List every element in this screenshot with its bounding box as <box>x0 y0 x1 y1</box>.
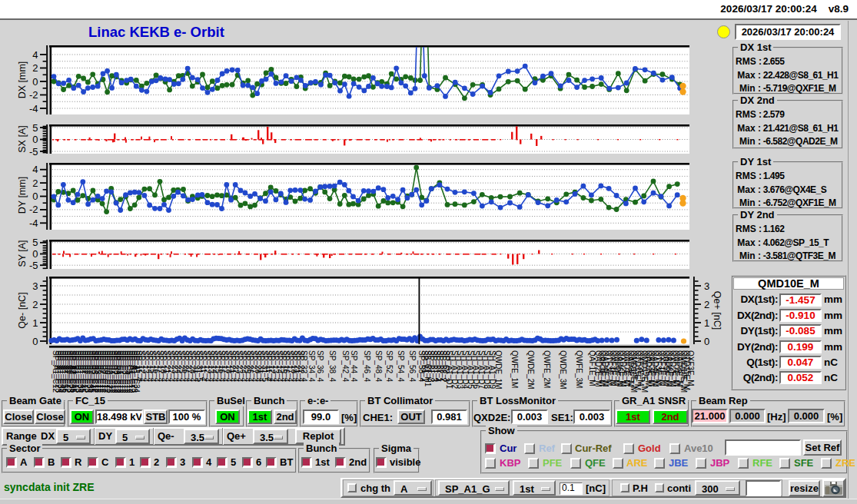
svg-text:5: 5 <box>32 122 38 134</box>
svg-text:-5: -5 <box>29 260 38 271</box>
svg-text:2: 2 <box>32 62 38 74</box>
svg-text:4: 4 <box>32 164 38 175</box>
svg-text:SP_46_4: SP_46_4 <box>363 350 371 383</box>
svg-text:SP_32_4: SP_32_4 <box>300 350 308 383</box>
svg-text:0: 0 <box>32 336 38 347</box>
svg-text:QXF3E_M: QXF3E_M <box>686 350 695 386</box>
svg-text:SP_54_4: SP_54_4 <box>397 350 405 383</box>
svg-text:3: 3 <box>32 280 38 292</box>
svg-text:0: 0 <box>704 336 709 347</box>
svg-text:-4: -4 <box>29 103 38 114</box>
svg-text:0: 0 <box>32 134 38 145</box>
svg-text:SP_36_4: SP_36_4 <box>316 350 324 383</box>
svg-text:0: 0 <box>32 248 38 260</box>
svg-text:0: 0 <box>32 191 38 202</box>
svg-text:QWFE_2M: QWFE_2M <box>543 350 551 388</box>
svg-text:Qe+ [nC]: Qe+ [nC] <box>712 291 722 330</box>
svg-text:1: 1 <box>704 317 709 329</box>
svg-text:QWDE_3M: QWDE_3M <box>559 350 567 390</box>
svg-text:SP_56_4: SP_56_4 <box>408 350 417 383</box>
svg-text:QWFE_1M: QWFE_1M <box>510 350 519 388</box>
svg-text:QWFE_3M: QWFE_3M <box>575 350 583 388</box>
svg-text:Qe- [nC]: Qe- [nC] <box>17 292 28 328</box>
svg-text:3: 3 <box>704 280 709 292</box>
svg-text:4: 4 <box>32 49 38 61</box>
svg-text:2: 2 <box>32 299 38 310</box>
svg-text:DY [mm]: DY [mm] <box>17 177 28 214</box>
svg-text:SY [A]: SY [A] <box>17 240 28 267</box>
svg-text:-4: -4 <box>29 217 38 229</box>
svg-text:SP_42_4: SP_42_4 <box>341 350 350 383</box>
svg-text:1: 1 <box>32 317 38 329</box>
svg-text:-2: -2 <box>29 204 38 215</box>
svg-text:0: 0 <box>32 76 38 88</box>
svg-text:-2: -2 <box>29 89 38 101</box>
svg-text:5: 5 <box>32 237 38 248</box>
svg-text:SP_44_4: SP_44_4 <box>350 350 358 383</box>
svg-text:QWDE_1M: QWDE_1M <box>494 350 503 390</box>
svg-text:2: 2 <box>704 299 709 310</box>
svg-text:-5: -5 <box>29 146 38 158</box>
svg-text:DX [mm]: DX [mm] <box>17 61 28 99</box>
svg-text:SP_48_4: SP_48_4 <box>374 350 383 383</box>
svg-text:SP_52_4: SP_52_4 <box>385 350 394 383</box>
svg-text:SX [A]: SX [A] <box>17 125 28 152</box>
svg-text:QWDE_2M: QWDE_2M <box>526 350 535 390</box>
svg-text:SP_38_4: SP_38_4 <box>328 350 337 383</box>
svg-text:SP_34_4: SP_34_4 <box>307 350 316 383</box>
svg-text:2: 2 <box>32 177 38 189</box>
